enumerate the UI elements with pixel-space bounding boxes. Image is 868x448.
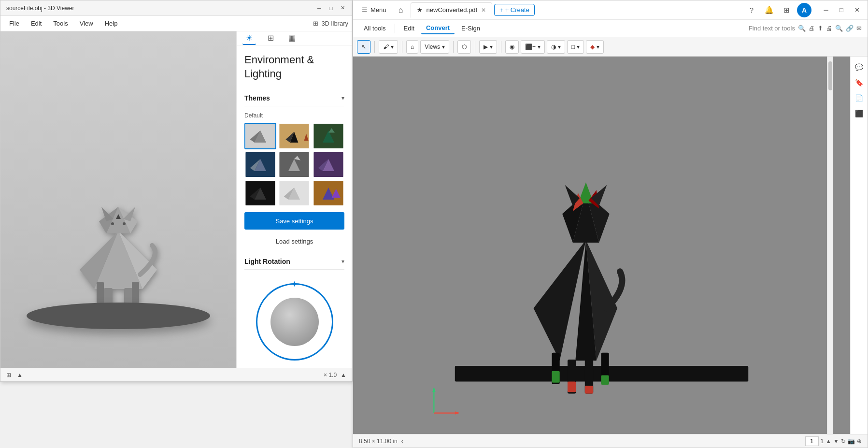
- pdf-viewport[interactable]: [353, 57, 850, 434]
- light-rotation-title: Light Rotation: [244, 258, 290, 265]
- viewport-3d[interactable]: [0, 31, 236, 368]
- menu-button[interactable]: ☰ Menu: [357, 4, 391, 15]
- zoom-icon[interactable]: 🔍: [835, 25, 843, 32]
- viewer-body-3d: ☀ ⊞ ▦ Environment &Lighting Themes ▾ Def…: [0, 31, 352, 368]
- panel-title: Environment &Lighting: [244, 53, 344, 81]
- user-avatar[interactable]: A: [797, 3, 811, 17]
- pdf-window-controls: ─ □ ✕: [819, 3, 864, 17]
- svg-point-14: [123, 222, 126, 225]
- menubar-3d: File Edit Tools View Help ⊞ 3D library: [0, 16, 352, 31]
- new-tab-button[interactable]: + + Create: [494, 4, 535, 16]
- svg-rect-10: [97, 282, 104, 303]
- light-rotation-header[interactable]: Light Rotation ▾: [244, 254, 344, 270]
- add-model-btn[interactable]: ⬛+ ▾: [521, 40, 545, 54]
- theme-item-7[interactable]: [244, 180, 276, 206]
- views-label: Views: [425, 43, 440, 50]
- render-mode-dropdown-icon: ▾: [558, 43, 561, 50]
- theme-item-6[interactable]: [313, 151, 344, 178]
- comments-panel-btn[interactable]: 💬: [853, 60, 866, 74]
- light-sphere-btn[interactable]: ◉: [505, 40, 519, 54]
- pdf-scrollbar-thumb[interactable]: [828, 61, 832, 90]
- bookmarks-panel-btn[interactable]: 🔖: [853, 76, 866, 89]
- color-dropdown-icon: ▾: [597, 43, 599, 50]
- grid-icon-btn[interactable]: ⊞: [780, 3, 793, 17]
- menu-tools[interactable]: Tools: [48, 18, 72, 29]
- refresh-icon[interactable]: ↻: [841, 438, 846, 445]
- close-button-3d[interactable]: ✕: [339, 4, 346, 12]
- printer-alt-icon[interactable]: 🖨: [826, 25, 832, 32]
- play-btn[interactable]: ▶ ▾: [479, 40, 497, 54]
- search-icon[interactable]: 🔍: [798, 25, 806, 32]
- render-separator-1: [374, 41, 375, 53]
- home-button[interactable]: ⌂: [393, 2, 409, 18]
- cube-view-btn[interactable]: ⬡: [457, 40, 471, 54]
- theme-item-9[interactable]: [313, 180, 344, 206]
- svg-point-13: [111, 222, 114, 225]
- add-model-icon: ⬛+: [525, 43, 536, 50]
- link-icon[interactable]: 🔗: [846, 25, 854, 32]
- upload-icon[interactable]: ⬆: [818, 25, 823, 32]
- minimize-button-3d[interactable]: ─: [315, 4, 323, 12]
- help-icon-btn[interactable]: ?: [745, 3, 758, 17]
- page-down-icon[interactable]: ▼: [833, 438, 839, 445]
- pdf-close-btn[interactable]: ✕: [850, 3, 864, 17]
- mail-icon[interactable]: ✉: [856, 25, 862, 32]
- save-settings-button[interactable]: Save settings: [244, 212, 344, 230]
- menu-help[interactable]: Help: [100, 18, 123, 29]
- pdf-search-area: Find text or tools 🔍 🖨 ⬆ 🖨 🔍 🔗 ✉: [749, 25, 862, 32]
- select-tool-btn[interactable]: ↖: [357, 40, 370, 54]
- home-nav-btn[interactable]: ⌂: [406, 40, 418, 54]
- play-dropdown-icon: ▾: [490, 43, 493, 50]
- edit-btn[interactable]: Edit: [399, 23, 419, 34]
- theme-item-3[interactable]: [313, 123, 344, 149]
- theme-item-1[interactable]: [244, 123, 276, 149]
- home-icon: ⌂: [398, 6, 403, 14]
- views-dropdown-btn[interactable]: Views ▾: [420, 40, 449, 54]
- theme-item-5[interactable]: [278, 151, 310, 178]
- bell-icon-btn[interactable]: 🔔: [762, 3, 776, 17]
- light-dial-container: ✦: [244, 275, 344, 368]
- up-icon: ▲: [17, 372, 23, 378]
- page-up-icon[interactable]: ▲: [825, 438, 831, 445]
- pages-panel-btn[interactable]: 📄: [853, 91, 866, 105]
- export-panel-btn[interactable]: ⬛: [853, 107, 866, 120]
- scroll-left-icon[interactable]: ‹: [401, 438, 403, 445]
- convert-btn[interactable]: Convert: [421, 22, 455, 34]
- color-picker-btn[interactable]: ◆ ▾: [586, 40, 604, 54]
- light-dial[interactable]: ✦: [256, 283, 333, 361]
- brush-tool-btn[interactable]: 🖌 ▾: [379, 40, 398, 54]
- menu-view[interactable]: View: [75, 18, 98, 29]
- theme-item-4[interactable]: [244, 151, 276, 178]
- pdf-maximize-btn[interactable]: □: [835, 3, 848, 17]
- pdf-scrollbar[interactable]: [827, 57, 833, 434]
- render-separator-2: [402, 41, 402, 53]
- background-icon: □: [571, 43, 575, 50]
- pdf-tab-close-icon[interactable]: ✕: [481, 7, 486, 14]
- theme-item-2[interactable]: [278, 123, 310, 149]
- camera-icon[interactable]: 📷: [848, 438, 855, 445]
- all-tools-btn[interactable]: All tools: [359, 23, 391, 34]
- menu-edit[interactable]: Edit: [26, 18, 46, 29]
- page-number-input[interactable]: [805, 436, 819, 446]
- grid-tool-btn[interactable]: ⊞: [264, 31, 277, 45]
- pdf-tab-label: newConverted.pdf: [427, 6, 478, 14]
- theme-item-8[interactable]: [278, 180, 310, 206]
- library-btn[interactable]: ⊞ 3D library: [313, 20, 348, 27]
- pdf-minimize-btn[interactable]: ─: [819, 3, 833, 17]
- e-sign-btn[interactable]: E-Sign: [456, 23, 485, 34]
- pdf-tab-main[interactable]: ★ newConverted.pdf ✕: [411, 2, 493, 18]
- sun-icon: ✦: [291, 279, 298, 289]
- pdf-statusbar: 8.50 × 11.00 in ‹ 1 ▲ ▼ ↻ 📷 ⊕: [353, 434, 868, 448]
- themes-section-header[interactable]: Themes ▾: [244, 90, 344, 106]
- background-btn[interactable]: □ ▾: [567, 40, 584, 54]
- themes-grid: [244, 123, 344, 206]
- render-mode-btn[interactable]: ◑ ▾: [547, 40, 565, 54]
- menu-file[interactable]: File: [4, 18, 24, 29]
- load-settings-button[interactable]: Load settings: [244, 232, 344, 250]
- table-tool-btn[interactable]: ▦: [285, 31, 299, 45]
- lighting-tool-btn[interactable]: ☀: [242, 31, 256, 45]
- zoom-in-icon[interactable]: ⊕: [857, 438, 862, 445]
- print-icon[interactable]: 🖨: [809, 25, 815, 32]
- pdf-render-toolbar: ↖ 🖌 ▾ ⌂ Views ▾ ⬡ ▶ ▾ ◉ ⬛+ ▾: [353, 37, 868, 57]
- maximize-button-3d[interactable]: □: [327, 4, 335, 12]
